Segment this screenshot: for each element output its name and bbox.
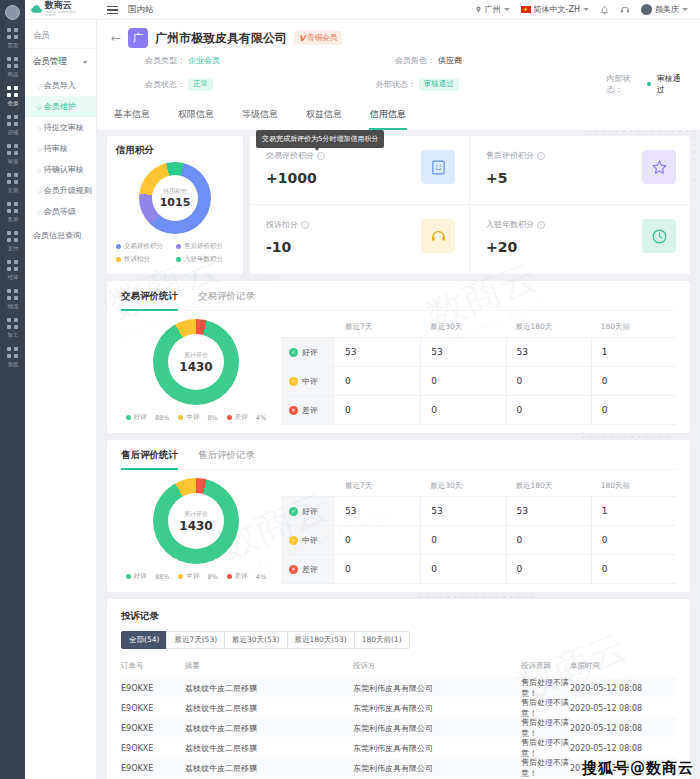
star-icon: [642, 150, 676, 184]
column-header: 投诉原因: [521, 661, 570, 671]
column-header: 订单号: [121, 661, 185, 671]
filter-30days[interactable]: 最近30天(53): [224, 631, 287, 649]
sidebar-group-member-management[interactable]: 会员管理: [25, 49, 96, 75]
aftersale-eval-legend: 好评 88% 中评 8% 差评 4%: [126, 572, 266, 581]
credit-score-title: 信用积分: [116, 144, 234, 157]
column-header: 最近180天: [506, 322, 591, 332]
clock-icon: [642, 219, 676, 253]
rail-item-shops[interactable]: 店铺: [7, 115, 19, 137]
filter-before-180days[interactable]: 180天前(1): [354, 631, 410, 649]
rail-item-logistics[interactable]: 物流: [7, 289, 19, 311]
check-icon: V: [299, 34, 305, 43]
rail-item-home[interactable]: 首页: [7, 28, 19, 50]
filter-all[interactable]: 全部(54): [121, 631, 167, 649]
tooltip: 交易完成后评价为5分时增加信用积分: [256, 130, 384, 148]
credit-stats-card: 交易完成后评价为5分时增加信用积分 交易评价积分 +1000 售后评价积分 +5: [250, 136, 690, 274]
brand-name: 数商云: [45, 1, 97, 10]
sidebar-item-member-maintenance[interactable]: 会员维护: [25, 96, 96, 117]
column-header: 最近7天: [335, 322, 420, 332]
chevron-down-icon: [83, 61, 88, 63]
sidebar-item-upgrade-rules[interactable]: 会员升级规则: [25, 180, 96, 201]
grid-icon: [7, 231, 18, 242]
rail-item-aftersale[interactable]: 售后: [7, 202, 19, 224]
app-window: 首页 商品 会员 店铺 渠道 交易 售后 支付 结算 物流 加工 系统 数商云 …: [0, 0, 700, 779]
rail-item-system[interactable]: 系统: [7, 347, 19, 369]
location-selector[interactable]: 广州: [475, 4, 510, 15]
sidebar-item-member-info-query[interactable]: 会员信息查询: [25, 222, 96, 249]
rail-item-settlement[interactable]: 结算: [7, 260, 19, 282]
tab-permission-info[interactable]: 权限信息: [177, 102, 215, 130]
rail-item-trade[interactable]: 交易: [7, 173, 19, 195]
trade-eval-section: 交易评价统计 交易评价记录 累计评价 1430: [107, 281, 690, 433]
table-row: ✓好评 53 53 53 1: [281, 337, 676, 366]
table-row: E9OKXE荔枝纹牛皮二层移膜东莞利伟皮具有限公司售后处理不满意！2020-05…: [121, 717, 676, 737]
sidebar-item-pending-confirm[interactable]: 待确认审核: [25, 159, 96, 180]
info-icon[interactable]: [301, 221, 309, 229]
headset-icon: [421, 219, 455, 253]
page-header: ← 广 广州市极致皮具有限公司 V 青铜会员 会员类型：企业会员 会员角色：供应…: [97, 20, 700, 130]
brand-logo[interactable]: 数商云 DIGITAL COMMERCE CLOUD: [25, 1, 97, 18]
hamburger-menu-icon[interactable]: [107, 6, 118, 14]
topbar: 数商云 DIGITAL COMMERCE CLOUD 国内站 广州 ★ 简体中文…: [25, 0, 700, 20]
credit-donut-chart: 信用积分 1015: [139, 162, 211, 234]
rail-item-members[interactable]: 会员: [7, 86, 19, 108]
rail-item-payment[interactable]: 支付: [7, 231, 19, 253]
user-name: 颜美庆: [655, 4, 679, 15]
language-selector[interactable]: ★ 简体中文-ZH: [521, 4, 589, 15]
external-status-label: 外部状态：: [376, 79, 416, 90]
info-icon[interactable]: [537, 221, 545, 229]
sidebar-item-pending-review[interactable]: 待审核: [25, 138, 96, 159]
tab-basic-info[interactable]: 基本信息: [113, 102, 151, 130]
rail-avatar[interactable]: [5, 5, 20, 20]
table-row: E9OKXE荔枝纹牛皮二层移膜东莞利伟皮具有限公司售后处理不满意！2020-05…: [121, 677, 676, 697]
table-row: ✕差评 0 0 0 0: [281, 395, 676, 424]
legend-dot-icon: [178, 415, 183, 420]
table-row: E9OKXE荔枝纹牛皮二层移膜东莞利伟皮具有限公司售后处理不满意！2020-05…: [121, 737, 676, 757]
column-header: 最近30天: [420, 322, 505, 332]
column-header: 单据时间: [570, 661, 676, 671]
tab-aftersale-eval-records[interactable]: 售后评价记录: [198, 449, 255, 470]
column-header: 180天前: [591, 481, 676, 491]
icon-rail: 首页 商品 会员 店铺 渠道 交易 售后 支付 结算 物流 加工 系统: [0, 0, 25, 779]
tab-trade-eval-records[interactable]: 交易评价记录: [198, 290, 255, 311]
stat-years-score: 入驻年数积分 +20: [470, 205, 690, 274]
tab-credit-info[interactable]: 信用信息: [369, 102, 407, 130]
rail-item-channels[interactable]: 渠道: [7, 144, 19, 166]
rail-item-processing[interactable]: 加工: [7, 318, 19, 340]
status-dot-icon: [647, 82, 651, 86]
sidebar-item-member-level[interactable]: 会员等级: [25, 201, 96, 222]
table-row: E9OKXE荔枝纹牛皮二层移膜东莞利伟皮具有限公司售后处理不满意！2020-05…: [121, 697, 676, 717]
tab-trade-eval-stats[interactable]: 交易评价统计: [121, 290, 178, 311]
grid-icon: [7, 173, 18, 184]
sohu-watermark: 搜狐号@数商云: [582, 759, 694, 778]
headset-icon[interactable]: [620, 5, 630, 15]
bell-icon[interactable]: [600, 5, 609, 15]
legend-dot-icon: [227, 574, 232, 579]
filter-180days[interactable]: 最近180天(53): [287, 631, 355, 649]
sidebar-item-pending-submit[interactable]: 待提交审核: [25, 117, 96, 138]
filter-7days[interactable]: 最近7天(53): [166, 631, 225, 649]
sidebar-item-member-import[interactable]: 会员导入: [25, 75, 96, 96]
grid-icon: [7, 57, 18, 68]
tab-rights-info[interactable]: 权益信息: [305, 102, 343, 130]
rail-item-products[interactable]: 商品: [7, 57, 19, 79]
tab-level-info[interactable]: 等级信息: [241, 102, 279, 130]
member-type-value: 企业会员: [188, 55, 220, 66]
column-header: 最近7天: [335, 481, 420, 491]
trade-eval-total: 1430: [179, 360, 212, 374]
user-menu[interactable]: 颜美庆: [641, 4, 688, 15]
grid-icon: [7, 28, 18, 39]
complaints-section: 投诉记录 全部(54) 最近7天(53) 最近30天(53) 最近180天(53…: [107, 599, 690, 779]
site-selector[interactable]: 国内站: [128, 4, 154, 16]
legend-dot-icon: [176, 244, 181, 249]
smile-icon: ✓: [289, 348, 298, 357]
grid-icon: [7, 86, 18, 97]
table-row: ✕差评 0 0 0 0: [281, 554, 676, 583]
tab-aftersale-eval-stats[interactable]: 售后评价统计: [121, 449, 178, 470]
info-icon[interactable]: [537, 152, 545, 160]
legend-dot-icon: [116, 257, 121, 262]
back-button[interactable]: ←: [111, 31, 121, 45]
location-pin-icon: [475, 5, 482, 14]
chevron-down-icon: [682, 8, 688, 11]
info-icon[interactable]: [317, 152, 325, 160]
